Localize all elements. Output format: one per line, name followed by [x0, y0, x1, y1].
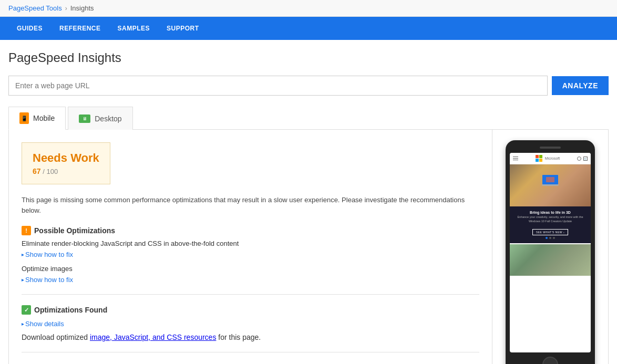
download-suffix: for this page. — [216, 333, 261, 341]
phone-bottom-img — [510, 244, 591, 276]
nav-bar: GUIDES REFERENCE SAMPLES SUPPORT — [0, 17, 617, 40]
analyze-button[interactable]: ANALYZE — [552, 76, 609, 95]
breadcrumb-parent[interactable]: PageSpeed Tools — [8, 4, 62, 12]
phone-dots — [513, 237, 588, 239]
ms-squares — [536, 155, 542, 162]
hero-bg — [510, 164, 591, 206]
phone-cart-icon: 🛒 — [583, 157, 588, 161]
optimization-text-1: Eliminate render-blocking JavaScript and… — [22, 240, 479, 247]
optimizations-found-title: ✓ Optimizations Found — [22, 305, 479, 315]
laptop-base — [542, 184, 559, 186]
possible-optimizations-title: ! Possible Optimizations — [22, 226, 479, 235]
ms-text: Microsoft — [545, 157, 560, 160]
dot-2 — [549, 237, 551, 239]
laptop-illustration — [534, 175, 566, 196]
show-how-to-fix-2[interactable]: Show how to fix — [22, 276, 73, 284]
dot-3 — [553, 237, 555, 239]
footnotes-divider — [22, 352, 479, 352]
phone-nav-icon — [513, 157, 518, 161]
right-panel: Microsoft 🛒 — [492, 130, 608, 364]
mobile-icon: 📱 — [19, 112, 29, 124]
phone-screen: Microsoft 🛒 — [510, 153, 591, 352]
breadcrumb-chevron: › — [65, 5, 67, 12]
nav-item-reference[interactable]: REFERENCE — [51, 17, 109, 39]
ms-logo-area: Microsoft — [536, 155, 560, 162]
score-total: / 100 — [43, 168, 58, 175]
results-wrapper: Needs Work 67 / 100 This page is missing… — [8, 130, 609, 364]
phone-mockup: Microsoft 🛒 — [506, 140, 595, 364]
breadcrumb-current: Insights — [70, 4, 94, 12]
phone-promo-sub: Enhance your creativity, security, and m… — [513, 215, 588, 223]
phone-screen-top: Microsoft 🛒 — [510, 153, 591, 164]
phone-promo-area: Bring ideas to life in 3D Enhance your c… — [510, 206, 591, 243]
optimization-text-2: Optimize images — [22, 265, 479, 273]
phone-home-bar — [510, 357, 591, 364]
left-panel: Needs Work 67 / 100 This page is missing… — [9, 130, 492, 364]
dot-1 — [546, 237, 548, 239]
warning-icon: ! — [22, 226, 31, 235]
optimizations-found-section: ✓ Optimizations Found Show details Downl… — [22, 305, 479, 341]
desktop-icon: 🖥 — [79, 115, 90, 123]
url-input[interactable]: https://www.microsoft.com/ — [8, 76, 548, 96]
section-divider — [22, 294, 479, 295]
phone-speaker — [540, 147, 561, 149]
laptop-screen — [542, 175, 558, 184]
score-label: Needs Work — [33, 151, 99, 165]
score-number: 67 / 100 — [33, 167, 99, 175]
phone-hero — [510, 164, 591, 206]
score-box: Needs Work 67 / 100 — [22, 142, 110, 184]
possible-optimizations-section: ! Possible Optimizations Eliminate rende… — [22, 226, 479, 284]
possible-optimizations-label: Possible Optimizations — [34, 226, 115, 235]
optimizations-found-label: Optimizations Found — [34, 306, 107, 314]
phone-search-icon — [577, 157, 581, 161]
tab-desktop-label: Desktop — [95, 115, 121, 123]
optimization-item-1: Eliminate render-blocking JavaScript and… — [22, 240, 479, 258]
optimization-item-2: Optimize images Show how to fix — [22, 265, 479, 284]
show-how-to-fix-1[interactable]: Show how to fix — [22, 251, 73, 258]
screen-content — [546, 177, 554, 182]
score-description: This page is missing some common perform… — [22, 195, 479, 215]
tabs-container: 📱 Mobile 🖥 Desktop — [8, 106, 609, 130]
breadcrumb-bar: PageSpeed Tools › Insights — [0, 0, 617, 17]
page-title: PageSpeed Insights — [8, 50, 609, 65]
phone-promo-title: Bring ideas to life in 3D — [513, 211, 588, 214]
phone-home-button — [542, 357, 558, 364]
score-value: 67 — [33, 167, 41, 175]
url-bar: https://www.microsoft.com/ ANALYZE — [8, 76, 609, 96]
nav-item-samples[interactable]: SAMPLES — [109, 17, 159, 39]
download-link[interactable]: image, JavaScript, and CSS resources — [90, 333, 216, 341]
phone-icons-right: 🛒 — [577, 157, 588, 161]
download-text: Download optimized image, JavaScript, an… — [22, 333, 479, 341]
nav-item-guides[interactable]: GUIDES — [8, 17, 51, 39]
success-icon: ✓ — [22, 305, 31, 315]
show-details-link[interactable]: Show details — [22, 320, 64, 328]
tab-mobile[interactable]: 📱 Mobile — [8, 107, 66, 130]
page-content: PageSpeed Insights https://www.microsoft… — [0, 40, 617, 364]
tab-mobile-label: Mobile — [33, 114, 55, 122]
download-prefix: Download optimized — [22, 333, 90, 341]
phone-cta-wrapper: SEE WHAT'S NEW › — [513, 226, 588, 235]
phone-cta-btn: SEE WHAT'S NEW › — [532, 229, 568, 235]
nav-item-support[interactable]: SUPPORT — [158, 17, 208, 39]
tab-desktop[interactable]: 🖥 Desktop — [68, 107, 132, 130]
